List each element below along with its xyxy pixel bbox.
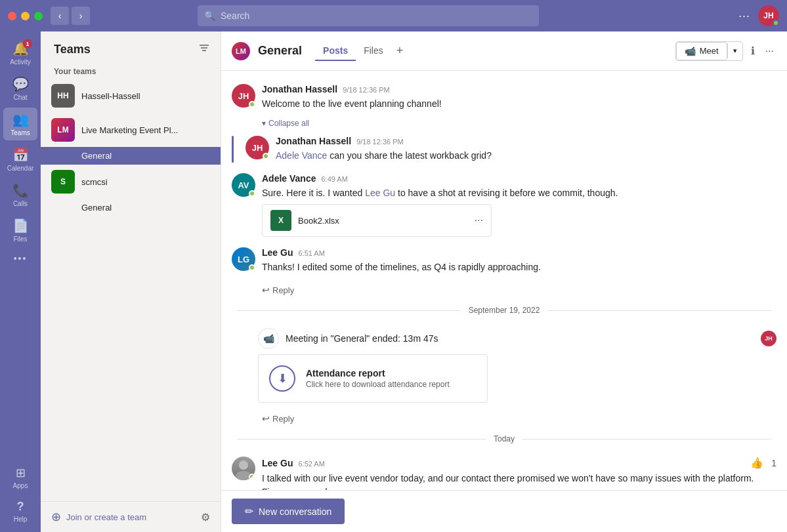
mention-lee: Lee Gu <box>365 188 395 198</box>
online-indicator-4 <box>249 264 255 271</box>
reply-button-2[interactable]: ↩ Reply <box>221 411 787 426</box>
sidebar-item-help[interactable]: ? Help <box>3 496 37 527</box>
meet-button-group: 📹 Meet ▾ <box>675 41 743 61</box>
chat-icon: 💬 <box>12 76 29 92</box>
more-icon: ••• <box>14 253 28 264</box>
sidebar-item-teams[interactable]: 👥 Teams <box>3 108 37 140</box>
message-group-today: Lee Gu 6:52 AM 👍 1 I talked with our liv… <box>221 451 787 490</box>
new-conversation-bar: ✏ New conversation <box>221 490 787 532</box>
sidebar-item-apps[interactable]: ⊞ Apps <box>3 462 37 493</box>
sidebar-item-activity[interactable]: 1 🔔 Activity <box>3 37 37 70</box>
settings-icon[interactable]: ⚙ <box>201 511 210 523</box>
team-name-hassell: Hassell-Hassell <box>81 91 195 101</box>
more-options-icon[interactable]: ··· <box>738 9 750 23</box>
reply-button-1[interactable]: ↩ Reply <box>221 282 787 298</box>
search-bar[interactable]: 🔍 <box>198 5 539 26</box>
new-conversation-button[interactable]: ✏ New conversation <box>232 499 345 524</box>
attendance-card[interactable]: ⬇ Attendance report Click here to downlo… <box>258 354 488 403</box>
compose-icon: ✏ <box>245 505 253 518</box>
channel-more-button[interactable]: ··· <box>763 43 776 60</box>
team-item-scmcsi[interactable]: S scmcsi ··· <box>41 165 221 199</box>
team-avatar-hassell: HH <box>51 84 75 108</box>
message-content-4: Lee Gu 6:51 AM Thanks! I edited some of … <box>262 247 776 274</box>
message-content-1: Jonathan Hassell 9/18 12:36 PM Welcome t… <box>262 84 776 111</box>
maximize-button[interactable] <box>34 12 43 20</box>
message-author-3: Adele Vance <box>262 173 316 184</box>
meeting-header: 📹 Meeting in "General" ended: 13m 47s JH <box>258 328 776 349</box>
team-name-scmcsi: scmcsi <box>81 177 195 187</box>
sidebar-item-calendar[interactable]: 📅 Calendar <box>3 143 37 176</box>
chat-tabs: Posts Files + <box>315 41 408 61</box>
back-arrow[interactable]: ‹ <box>51 7 69 25</box>
teams-panel: Teams Your teams HH Hassell-Hassell ··· … <box>41 31 221 532</box>
teams-header: Teams <box>41 31 221 62</box>
files-icon: 📄 <box>12 218 29 234</box>
forward-arrow[interactable]: › <box>72 7 90 25</box>
message-text-3: Sure. Here it is. I wanted Lee Gu to hav… <box>262 186 776 200</box>
message-time-1: 9/18 12:36 PM <box>343 86 390 94</box>
excel-icon: X <box>270 210 291 231</box>
messages-area[interactable]: JH Jonathan Hassell 9/18 12:36 PM Welcom… <box>221 71 787 490</box>
avatar-jh-2: JH <box>245 136 269 159</box>
nav-arrows: ‹ › <box>51 7 90 25</box>
date-line-left <box>237 310 461 311</box>
channel-name: General <box>258 44 302 58</box>
team-avatar-live-marketing: LM <box>51 118 75 142</box>
apps-icon: ⊞ <box>16 466 26 480</box>
sidebar-item-chat[interactable]: 💬 Chat <box>3 72 37 105</box>
sidebar-nav: 1 🔔 Activity 💬 Chat 👥 Teams 📅 Calendar 📞… <box>0 31 41 532</box>
channel-avatar: LM <box>232 42 250 60</box>
message-header-3: Adele Vance 6:49 AM <box>262 173 776 184</box>
video-icon: 📹 <box>685 46 696 56</box>
sidebar-item-more[interactable]: ••• <box>3 249 37 268</box>
online-indicator-2 <box>263 153 269 159</box>
join-team-button[interactable]: ⊕ Join or create a team <box>51 510 146 524</box>
meet-button[interactable]: 📹 Meet <box>676 42 727 60</box>
info-button[interactable]: ℹ <box>748 42 757 60</box>
chat-header-actions: 📹 Meet ▾ ℹ ··· <box>675 41 776 61</box>
sidebar-item-files[interactable]: 📄 Files <box>3 214 37 247</box>
file-attachment[interactable]: X Book2.xlsx ··· <box>262 204 492 237</box>
team-name-live-marketing: Live Marketing Event Pl... <box>81 125 195 135</box>
meeting-title: Meeting in "General" ended: 13m 47s <box>286 333 438 344</box>
attendance-sub: Click here to download attendance report <box>306 380 450 389</box>
reaction-count: 1 <box>771 458 776 468</box>
thumbs-up-emoji: 👍 <box>750 457 763 469</box>
message-group-2: JH Jonathan Hassell 9/18 12:36 PM Adele … <box>221 131 787 168</box>
search-input[interactable] <box>221 10 532 21</box>
channel-item-general-lm[interactable]: General <box>41 147 221 165</box>
message-text-today: I talked with our live event vendor toda… <box>262 472 776 490</box>
message-header-2: Jonathan Hassell 9/18 12:36 PM <box>276 136 776 146</box>
tab-files[interactable]: Files <box>356 41 391 61</box>
date-line-right <box>547 310 771 311</box>
message-text-4: Thanks! I edited some of the timelines, … <box>262 260 776 274</box>
team-item-hassell[interactable]: HH Hassell-Hassell ··· <box>41 79 221 113</box>
search-icon: 🔍 <box>204 10 215 21</box>
attendance-title: Attendance report <box>306 368 450 379</box>
message-content-today: Lee Gu 6:52 AM 👍 1 I talked with our liv… <box>262 457 776 490</box>
message-group-1: JH Jonathan Hassell 9/18 12:36 PM Welcom… <box>221 79 787 116</box>
help-icon: ? <box>17 500 24 514</box>
tab-add-icon[interactable]: + <box>391 44 409 58</box>
message-group-3: AV Adele Vance 6:49 AM Sure. Here it is.… <box>221 168 787 242</box>
minimize-button[interactable] <box>21 12 30 20</box>
file-more-options[interactable]: ··· <box>475 215 483 226</box>
team-item-live-marketing[interactable]: LM Live Marketing Event Pl... ··· <box>41 113 221 147</box>
meet-dropdown[interactable]: ▾ <box>727 43 742 58</box>
message-author-2: Jonathan Hassell <box>276 136 351 146</box>
channel-item-general-scmcsi[interactable]: General <box>41 199 221 216</box>
blue-accent-bar <box>232 136 234 163</box>
message-header-1: Jonathan Hassell 9/18 12:36 PM <box>262 84 776 94</box>
collapse-all-button[interactable]: ▾ Collapse all <box>221 116 787 131</box>
message-text-1: Welcome to the live event planning chann… <box>262 97 776 111</box>
online-indicator-today <box>249 474 255 480</box>
close-button[interactable] <box>8 12 16 20</box>
tab-posts[interactable]: Posts <box>315 41 356 61</box>
filter-icon[interactable] <box>198 42 210 56</box>
sidebar-item-calls[interactable]: 📞 Calls <box>3 178 37 211</box>
user-avatar[interactable]: JH <box>758 5 779 26</box>
activity-badge: 1 <box>23 39 32 49</box>
message-header-today: Lee Gu 6:52 AM 👍 1 <box>262 457 776 469</box>
status-indicator <box>773 20 779 26</box>
titlebar: ‹ › 🔍 ··· JH <box>0 0 787 31</box>
